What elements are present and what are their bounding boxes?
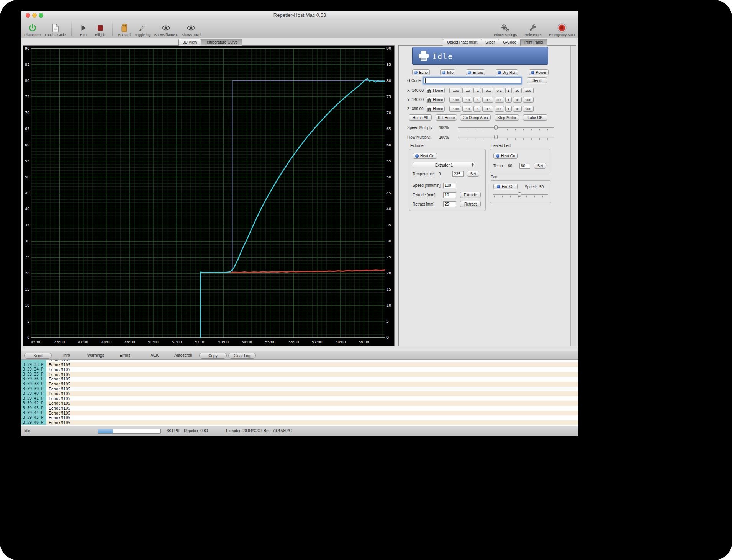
jog-y-0.1-button[interactable]: 0.1 bbox=[495, 97, 504, 103]
svg-text:50: 50 bbox=[25, 175, 29, 179]
jog-x-0.1-button[interactable]: 0.1 bbox=[495, 88, 504, 93]
status-firmware: Repetier_0.80 bbox=[184, 429, 208, 433]
log-filter-ack[interactable]: ACK bbox=[151, 353, 159, 358]
tab-print-panel[interactable]: Print Panel bbox=[520, 39, 547, 46]
titlebar[interactable]: Repetier-Host Mac 0.53 bbox=[21, 11, 578, 20]
tab-slicer[interactable]: Slicer bbox=[481, 39, 499, 46]
bed-temp-input[interactable]: 80 bbox=[519, 163, 530, 169]
emergency-stop-button[interactable]: Emergency Stop bbox=[549, 23, 575, 37]
extruder-select[interactable]: Extruder 1 bbox=[413, 162, 475, 168]
preferences-button[interactable]: Preferences bbox=[524, 23, 542, 37]
extrude-button[interactable]: Extrude bbox=[460, 192, 481, 198]
bed-temp-set-button[interactable]: Set bbox=[534, 163, 546, 169]
jog-y--1-button[interactable]: -1 bbox=[473, 97, 481, 103]
jog-z--0.1-button[interactable]: -0.1 bbox=[482, 106, 493, 112]
jog-y--10-button[interactable]: -10 bbox=[462, 97, 472, 103]
extruder-temperature-input[interactable]: 235 bbox=[452, 171, 464, 177]
jog-y--0.1-button[interactable]: -0.1 bbox=[482, 97, 493, 103]
extruder-heat-on-button[interactable]: Heat On bbox=[413, 153, 437, 159]
print-panel-scrollbar[interactable] bbox=[570, 46, 576, 346]
jog-z--10-button[interactable]: -10 bbox=[462, 106, 472, 112]
jog-x--10-button[interactable]: -10 bbox=[462, 88, 472, 93]
log-copy-button[interactable]: Copy bbox=[199, 353, 227, 359]
gcode-input[interactable] bbox=[424, 77, 521, 84]
tab-object-placement[interactable]: Object Placement bbox=[443, 39, 481, 46]
kill-job-button[interactable]: Kill job bbox=[94, 23, 107, 37]
printer-settings-button[interactable]: Printer settings bbox=[494, 23, 517, 37]
slider-ticks bbox=[459, 129, 554, 130]
extruder-speed-input[interactable]: 100 bbox=[443, 183, 456, 188]
slider-thumb[interactable] bbox=[518, 192, 521, 197]
home-all-button[interactable]: Home All bbox=[409, 114, 432, 121]
jog-z--1-button[interactable]: -1 bbox=[473, 106, 481, 112]
run-button[interactable]: Run bbox=[77, 23, 90, 37]
jog-x--100-button[interactable]: -100 bbox=[449, 88, 461, 93]
jog-x-10-button[interactable]: 10 bbox=[513, 88, 522, 93]
home-z-button[interactable]: Home bbox=[426, 106, 445, 112]
fan-on-button[interactable]: Fan On bbox=[493, 184, 518, 189]
home-x-button[interactable]: Home bbox=[426, 88, 445, 93]
log-filter-autoscroll[interactable]: Autoscroll bbox=[174, 353, 192, 358]
panel-tabs: Object Placement Slicer G-Code Print Pan… bbox=[443, 39, 547, 46]
fan-speed-slider[interactable] bbox=[493, 192, 548, 198]
disconnect-button[interactable]: Disconnect bbox=[24, 23, 41, 37]
toggle-log-button[interactable]: Toggle log bbox=[135, 23, 151, 37]
slider-thumb[interactable] bbox=[494, 125, 498, 130]
jog-z-10-button[interactable]: 10 bbox=[513, 106, 522, 112]
jog-y--100-button[interactable]: -100 bbox=[449, 97, 461, 103]
log-filter-info[interactable]: Info bbox=[63, 353, 70, 358]
shows-travel-button[interactable]: Shows travel bbox=[182, 23, 201, 37]
speed-multiply-slider[interactable] bbox=[458, 125, 554, 131]
fake-ok-button[interactable]: Fake OK bbox=[523, 114, 547, 121]
shows-filament-button[interactable]: Shows filament bbox=[154, 23, 178, 37]
tab-3d-view[interactable]: 3D View bbox=[178, 39, 201, 46]
document-icon bbox=[52, 23, 59, 33]
tab-g-code[interactable]: G-Code bbox=[499, 39, 521, 46]
jog-y-10-button[interactable]: 10 bbox=[513, 97, 522, 103]
extruder-temperature-set-button[interactable]: Set bbox=[467, 171, 479, 177]
dry-run-toggle-button[interactable]: Dry Run bbox=[496, 69, 519, 75]
stop-motor-button[interactable]: Stop Motor bbox=[495, 114, 519, 121]
gcode-send-button[interactable]: Send bbox=[527, 77, 547, 83]
errors-toggle-button[interactable]: Errors bbox=[466, 69, 485, 75]
extrude-length-input[interactable]: 10 bbox=[443, 192, 456, 198]
jog-x-1-button[interactable]: 1 bbox=[505, 88, 512, 93]
jog-x--1-button[interactable]: -1 bbox=[473, 88, 481, 93]
log-row: 3:59:44 PEcho:M105 bbox=[21, 411, 578, 416]
log-message: Echo:M105 bbox=[46, 382, 70, 387]
jog-z-1-button[interactable]: 1 bbox=[505, 106, 512, 112]
log-send-button[interactable]: Send bbox=[24, 353, 52, 359]
jog-y-1-button[interactable]: 1 bbox=[505, 97, 512, 103]
retract-length-input[interactable]: 25 bbox=[443, 201, 456, 207]
echo-toggle-button[interactable]: Echo bbox=[412, 69, 430, 75]
go-dump-area-button[interactable]: Go Dump Area bbox=[460, 114, 491, 121]
jog-x-100-button[interactable]: 100 bbox=[523, 88, 534, 93]
slider-thumb[interactable] bbox=[494, 135, 498, 139]
load-gcode-button[interactable]: Load G-Code bbox=[45, 23, 66, 37]
svg-text:40: 40 bbox=[386, 207, 391, 211]
toolbar: Disconnect Load G-Code Run Kill job bbox=[21, 20, 578, 38]
flow-multiply-slider[interactable] bbox=[458, 135, 554, 140]
jog-z-100-button[interactable]: 100 bbox=[523, 106, 534, 112]
jog-y-100-button[interactable]: 100 bbox=[523, 97, 534, 103]
bed-heat-on-button[interactable]: Heat On bbox=[493, 153, 518, 159]
svg-text:60: 60 bbox=[386, 143, 391, 147]
svg-text:5: 5 bbox=[386, 319, 389, 323]
retract-button[interactable]: Retract bbox=[460, 201, 481, 207]
log-filter-errors[interactable]: Errors bbox=[120, 353, 131, 358]
set-home-button[interactable]: Set Home bbox=[436, 114, 457, 121]
log-output[interactable]: Echo:M1053:59:33 PEcho:M1053:59:34 PEcho… bbox=[21, 360, 578, 426]
jog-z-0.1-button[interactable]: 0.1 bbox=[495, 106, 504, 112]
power-toggle-button[interactable]: Power bbox=[529, 69, 549, 75]
progress-bar bbox=[98, 429, 161, 434]
log-clear-button[interactable]: Clear Log bbox=[228, 353, 256, 359]
jog-z--100-button[interactable]: -100 bbox=[449, 106, 461, 112]
log-filter-warnings[interactable]: Warnings bbox=[87, 353, 104, 358]
info-toggle-button[interactable]: Info bbox=[440, 69, 455, 75]
jog-x--0.1-button[interactable]: -0.1 bbox=[482, 88, 493, 93]
home-y-button[interactable]: Home bbox=[426, 97, 445, 103]
tab-temperature-curve[interactable]: Temperature Curve bbox=[201, 39, 242, 46]
status-state: Idle bbox=[24, 429, 30, 433]
log-message: Echo:M105 bbox=[46, 411, 70, 416]
sd-card-button[interactable]: SD card bbox=[118, 23, 131, 37]
